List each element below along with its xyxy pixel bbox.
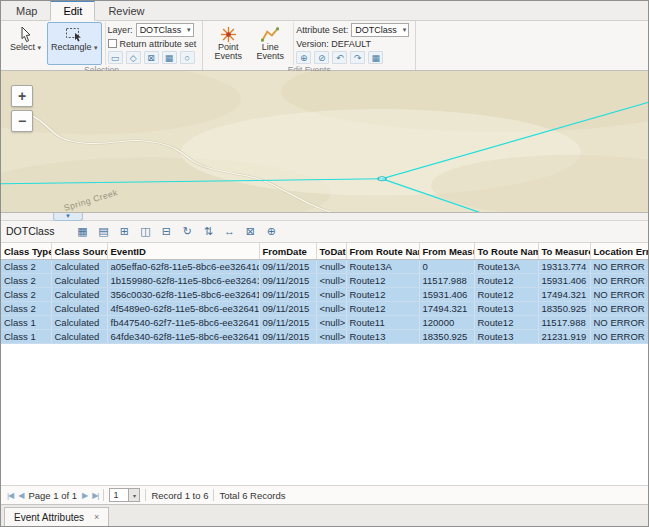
table-cell: 09/11/2015: [259, 260, 316, 274]
save-icon[interactable]: ⊟: [157, 223, 175, 240]
event-options-icon[interactable]: ▦: [368, 51, 383, 64]
page-number-value[interactable]: 1: [109, 488, 129, 502]
table-cell: 09/11/2015: [259, 302, 316, 316]
prev-page-button[interactable]: ◀: [18, 491, 23, 500]
column-header[interactable]: To Route Name: [474, 243, 538, 260]
map-terrain: [1, 71, 648, 212]
panel-splitter[interactable]: ▼: [1, 212, 648, 221]
table-cell: Route12: [474, 274, 538, 288]
table-cell: 11517.988: [538, 316, 590, 330]
selection-options-icon[interactable]: ○: [180, 51, 195, 64]
column-header[interactable]: From Measure: [419, 243, 474, 260]
route-junction-vertex[interactable]: [378, 177, 386, 181]
selected-records-icon[interactable]: ▤: [94, 223, 112, 240]
table-cell: Route13A: [346, 260, 419, 274]
undo-icon[interactable]: ↶: [332, 51, 347, 64]
selection-tools-row: ▭◇⊠▦○: [108, 51, 197, 64]
rectangle-button-label: Rectangle ▾: [51, 43, 98, 52]
attribute-set-select[interactable]: DOTClass ▾: [351, 23, 409, 37]
add-event-icon[interactable]: ⊕: [296, 51, 311, 64]
select-by-rectangle-icon[interactable]: ▭: [108, 51, 123, 64]
chevron-down-icon[interactable]: ▾: [129, 488, 140, 502]
column-header[interactable]: FromDate: [259, 243, 316, 260]
column-header[interactable]: From Route Name: [346, 243, 419, 260]
swap-columns-icon[interactable]: ↔: [220, 223, 238, 240]
next-page-button[interactable]: ▶: [82, 491, 87, 500]
select-tool-button[interactable]: Select ▾: [6, 22, 45, 65]
column-header[interactable]: Class Source: [51, 243, 107, 260]
table-cell: Route12: [474, 316, 538, 330]
table-cell: <null>: [316, 330, 346, 344]
table-row[interactable]: Class 2Calculated4f5489e0-62f8-11e5-8bc6…: [1, 302, 648, 316]
column-header[interactable]: EventID: [107, 243, 259, 260]
table-cell: Route12: [346, 274, 419, 288]
attribute-panel-toolbar: DOTClass ▦▤⊞◫⊟↻⇅↔⊠⊕: [1, 221, 648, 243]
column-header[interactable]: Location Error: [590, 243, 648, 260]
close-icon[interactable]: ×: [94, 512, 99, 522]
redo-icon[interactable]: ↷: [350, 51, 365, 64]
table-cell: Route11: [346, 316, 419, 330]
collapse-panel-button[interactable]: ▼: [53, 213, 83, 221]
table-cell: Route12: [346, 288, 419, 302]
ribbon-tab-map[interactable]: Map: [4, 2, 49, 20]
fit-panel-icon[interactable]: ⊕: [262, 223, 280, 240]
first-page-button[interactable]: |◀: [7, 491, 13, 500]
table-row[interactable]: Class 2Calculateda05effa0-62f8-11e5-8bc6…: [1, 260, 648, 274]
collapse-arrow-icon: ▼: [65, 213, 71, 219]
divider: [145, 489, 146, 501]
table-cell: Calculated: [51, 330, 107, 344]
column-header[interactable]: Class Type: [1, 243, 51, 260]
table-cell: 17494.321: [419, 302, 474, 316]
clear-selection-icon[interactable]: ⊠: [144, 51, 159, 64]
table-pagination-bar: |◀ ◀ Page 1 of 1 ▶ ▶| 1 ▾ Record 1 to 6 …: [1, 485, 648, 504]
table-cell: Class 2: [1, 288, 51, 302]
table-cell: 19313.774: [538, 260, 590, 274]
ribbon-tab-edit[interactable]: Edit: [50, 0, 95, 21]
last-page-button[interactable]: ▶|: [92, 491, 98, 500]
table-cell: 120000: [419, 316, 474, 330]
table-row[interactable]: Class 2Calculated356c0030-62f8-11e5-8bc6…: [1, 288, 648, 302]
clear-selection-icon[interactable]: ⊠: [241, 223, 259, 240]
selection-group: Select ▾ Rectangle ▾ Layer: DOTClass ▾: [1, 21, 203, 70]
sort-ascending-icon[interactable]: ⇅: [199, 223, 217, 240]
table-row[interactable]: Class 1Calculatedfb447540-62f7-11e5-8bc6…: [1, 316, 648, 330]
zoom-out-button[interactable]: −: [11, 110, 33, 132]
panel-toolbar-icons: ▦▤⊞◫⊟↻⇅↔⊠⊕: [73, 223, 280, 240]
table-cell: NO ERROR: [590, 274, 648, 288]
new-table-icon[interactable]: ⊞: [115, 223, 133, 240]
map-canvas[interactable]: Spring Creek + −: [1, 71, 648, 212]
layer-label: Layer:: [108, 25, 133, 35]
switch-selection-icon[interactable]: ◫: [136, 223, 154, 240]
table-cell: <null>: [316, 274, 346, 288]
return-attribute-set-checkbox[interactable]: [108, 39, 117, 48]
table-row[interactable]: Class 2Calculated1b159980-62f8-11e5-8bc6…: [1, 274, 648, 288]
table-row[interactable]: Class 1Calculated64fde340-62f8-11e5-8bc6…: [1, 330, 648, 344]
point-events-icon: [220, 25, 237, 43]
table-cell: 11517.988: [419, 274, 474, 288]
zoom-in-button[interactable]: +: [11, 85, 33, 107]
layer-select[interactable]: DOTClass ▾: [136, 23, 194, 37]
table-cell: NO ERROR: [590, 288, 648, 302]
attribute-table-icon[interactable]: ▦: [73, 223, 91, 240]
line-events-button[interactable]: Line Events: [250, 22, 290, 65]
chevron-down-icon: ▾: [403, 26, 407, 34]
column-header[interactable]: ToDate: [316, 243, 346, 260]
rectangle-tool-button[interactable]: Rectangle ▾: [47, 22, 102, 65]
column-header[interactable]: To Measure: [538, 243, 590, 260]
refresh-icon[interactable]: ↻: [178, 223, 196, 240]
split-event-icon[interactable]: ⊘: [314, 51, 329, 64]
table-cell: Route13: [474, 330, 538, 344]
table-header-row: Class TypeClass SourceEventIDFromDateToD…: [1, 243, 648, 260]
page-label: Page 1 of 1: [28, 490, 77, 501]
select-all-icon[interactable]: ▦: [162, 51, 177, 64]
table-cell: Route13: [474, 302, 538, 316]
page-number-spinner[interactable]: 1 ▾: [109, 488, 140, 502]
ribbon-tab-review[interactable]: Review: [96, 2, 156, 20]
event-attribute-table: Class TypeClass SourceEventIDFromDateToD…: [1, 243, 648, 345]
select-cursor-icon: [19, 25, 33, 43]
select-by-polygon-icon[interactable]: ◇: [126, 51, 141, 64]
table-cell: 17494.321: [538, 288, 590, 302]
tab-event-attributes[interactable]: Event Attributes ×: [4, 507, 109, 526]
table-cell: 09/11/2015: [259, 274, 316, 288]
point-events-button[interactable]: Point Events: [208, 22, 248, 65]
